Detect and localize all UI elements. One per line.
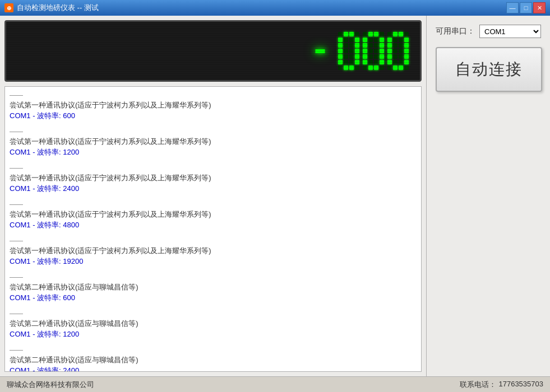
- log-separator: ——: [10, 237, 417, 245]
- log-text: 尝试第一种通讯协议(适应于宁波柯力系列以及上海耀华系列等): [10, 100, 417, 110]
- phone-section: 联系电话： 17763535703: [460, 380, 543, 390]
- led-dot: [399, 54, 403, 59]
- app-icon: ⊕: [4, 3, 13, 12]
- log-detail: COM1 - 波特率: 1200: [10, 329, 417, 339]
- auto-connect-button[interactable]: 自动连接: [436, 47, 542, 92]
- log-detail: COM1 - 波特率: 600: [10, 111, 417, 121]
- led-dot: [387, 38, 392, 42]
- led-dot: [399, 38, 403, 42]
- led-dot: [380, 38, 384, 42]
- log-entry: ——尝试第二种通讯协议(适应与聊城昌信等)COM1 - 波特率: 2400: [10, 346, 417, 372]
- led-dot: [380, 49, 384, 53]
- led-dot: [338, 32, 343, 36]
- led-dot: [363, 32, 367, 36]
- led-dot: [363, 49, 367, 53]
- led-dot: [374, 43, 378, 48]
- log-separator: ——: [10, 346, 417, 354]
- right-panel: 可用串口： COM1 COM2 COM3 COM4 自动连接: [427, 16, 550, 376]
- led-dot: [393, 43, 398, 48]
- led-dot: [374, 54, 378, 59]
- com-label: 可用串口：: [436, 26, 475, 36]
- led-dot: [344, 32, 348, 36]
- log-text: 尝试第一种通讯协议(适应于宁波柯力系列以及上海耀华系列等): [10, 246, 417, 256]
- log-separator: ——: [10, 200, 417, 208]
- led-dot: [368, 43, 373, 48]
- led-digit-0: [338, 32, 359, 70]
- maximize-button[interactable]: □: [520, 2, 532, 13]
- led-dot: [368, 66, 373, 70]
- led-dot: [338, 49, 343, 53]
- led-digits: -: [310, 32, 409, 70]
- led-dot: [363, 66, 367, 70]
- led-dot: [368, 54, 373, 59]
- led-dot: [404, 54, 409, 59]
- led-display: -: [4, 20, 422, 82]
- log-separator: ——: [10, 164, 417, 172]
- log-detail: COM1 - 波特率: 4800: [10, 220, 417, 230]
- led-dot: [380, 54, 384, 59]
- led-dot: [355, 54, 359, 59]
- com-select[interactable]: COM1 COM2 COM3 COM4: [479, 25, 541, 38]
- log-area[interactable]: ——尝试第一种通讯协议(适应于宁波柯力系列以及上海耀华系列等)COM1 - 波特…: [4, 86, 422, 372]
- main-content: - ——尝试第一种通讯协议(适应于宁波柯力系列以及上海耀华系列等)COM1 - …: [0, 16, 550, 376]
- led-dot: [393, 32, 398, 36]
- log-entry: ——尝试第一种通讯协议(适应于宁波柯力系列以及上海耀华系列等)COM1 - 波特…: [10, 200, 417, 230]
- log-detail: COM1 - 波特率: 600: [10, 293, 417, 303]
- led-dot: [374, 60, 378, 64]
- led-dot: [380, 32, 384, 36]
- led-dot: [338, 54, 343, 59]
- led-dot: [344, 49, 348, 53]
- led-dot: [349, 43, 354, 48]
- led-dot: [344, 66, 348, 70]
- log-text: 尝试第二种通讯协议(适应与聊城昌信等): [10, 355, 417, 365]
- led-dot: [393, 49, 398, 53]
- com-row: 可用串口： COM1 COM2 COM3 COM4: [436, 25, 541, 38]
- led-dot: [399, 49, 403, 53]
- window-title: 自动检测地磅仪表 -- 测试: [17, 3, 506, 13]
- log-entry: ——尝试第一种通讯协议(适应于宁波柯力系列以及上海耀华系列等)COM1 - 波特…: [10, 164, 417, 194]
- led-dot: [363, 60, 367, 64]
- led-dash: -: [310, 34, 330, 68]
- led-dot: [404, 43, 409, 48]
- title-bar: ⊕ 自动检测地磅仪表 -- 测试 — □ ✕: [0, 0, 550, 16]
- minimize-button[interactable]: —: [506, 2, 519, 13]
- led-dot: [404, 66, 409, 70]
- led-dot: [355, 49, 359, 53]
- led-dot: [363, 43, 367, 48]
- log-detail: COM1 - 波特率: 2400: [10, 366, 417, 372]
- led-dot: [374, 32, 378, 36]
- led-dot: [349, 32, 354, 36]
- led-dot: [363, 54, 367, 59]
- log-text: 尝试第一种通讯协议(适应于宁波柯力系列以及上海耀华系列等): [10, 173, 417, 183]
- log-entry: ——尝试第一种通讯协议(适应于宁波柯力系列以及上海耀华系列等)COM1 - 波特…: [10, 128, 417, 157]
- log-detail: COM1 - 波特率: 1200: [10, 147, 417, 157]
- led-dot: [338, 38, 343, 42]
- log-text: 尝试第二种通讯协议(适应与聊城昌信等): [10, 319, 417, 329]
- led-dot: [349, 38, 354, 42]
- led-dot: [393, 38, 398, 42]
- left-panel: - ——尝试第一种通讯协议(适应于宁波柯力系列以及上海耀华系列等)COM1 - …: [0, 16, 427, 376]
- led-dot: [404, 49, 409, 53]
- led-dot: [368, 49, 373, 53]
- led-dot: [349, 60, 354, 64]
- log-detail: COM1 - 波特率: 19200: [10, 256, 417, 267]
- led-dot: [368, 38, 373, 42]
- led-dot: [368, 60, 373, 64]
- led-dot: [399, 32, 403, 36]
- led-dot: [374, 66, 378, 70]
- led-dot: [355, 43, 359, 48]
- led-digit-2: [387, 32, 409, 70]
- led-dot: [387, 60, 392, 64]
- led-dot: [380, 60, 384, 64]
- log-separator: ——: [10, 273, 417, 281]
- window-controls: — □ ✕: [506, 2, 546, 13]
- company-name: 聊城众合网络科技有限公司: [7, 380, 460, 390]
- log-entry: ——尝试第二种通讯协议(适应与聊城昌信等)COM1 - 波特率: 600: [10, 273, 417, 303]
- led-dot: [404, 38, 409, 42]
- led-dot: [404, 32, 409, 36]
- led-dot: [349, 49, 354, 53]
- log-separator: ——: [10, 91, 417, 99]
- log-entry: ——尝试第一种通讯协议(适应于宁波柯力系列以及上海耀华系列等)COM1 - 波特…: [10, 237, 417, 267]
- close-button[interactable]: ✕: [533, 2, 546, 13]
- led-dot: [374, 49, 378, 53]
